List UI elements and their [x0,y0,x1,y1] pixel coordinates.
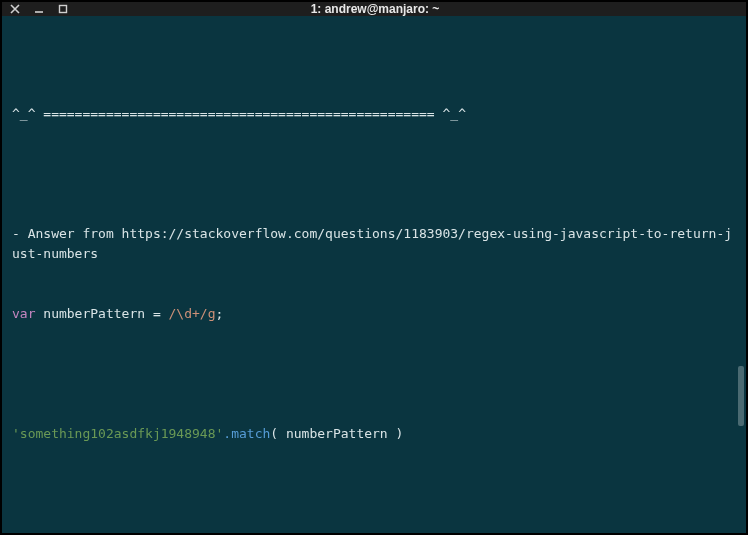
blank-line [12,484,736,504]
code-line: 'something102asdfkj1948948'.match( numbe… [12,424,736,444]
divider-line: ^_^ ====================================… [12,104,736,124]
answer-url-line: - Answer from https://stackoverflow.com/… [12,224,736,264]
svg-rect-0 [60,6,67,13]
regex-literal: /\d+/g [169,306,216,321]
titlebar-title: 1: andrew@manjaro: ~ [70,2,680,16]
blank-line [12,164,736,184]
titlebar[interactable]: 1: andrew@manjaro: ~ [2,2,746,16]
scrollbar-thumb[interactable] [738,366,744,426]
terminal-viewport[interactable]: ^_^ ====================================… [2,16,746,535]
terminal-window: 1: andrew@manjaro: ~ ^_^ ===============… [2,2,746,533]
string-literal: 'something102asdfkj1948948' [12,426,223,441]
method-match: .match [223,426,270,441]
blank-line [12,364,736,384]
keyword-var: var [12,306,35,321]
window-controls [8,2,70,16]
code-line: var numberPattern = /\d+/g; [12,304,736,324]
maximize-icon[interactable] [56,2,70,16]
close-icon[interactable] [8,2,22,16]
minimize-icon[interactable] [32,2,46,16]
